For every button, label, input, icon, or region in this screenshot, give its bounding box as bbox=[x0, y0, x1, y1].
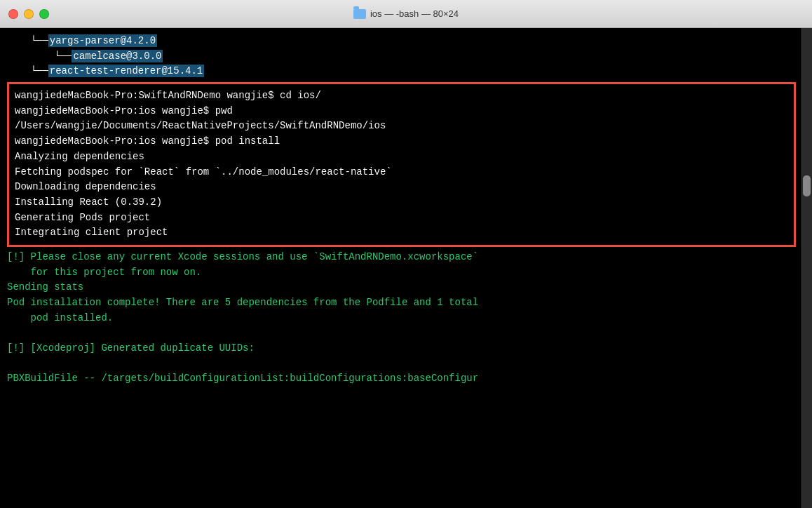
fetching-podspec: Fetching podspec for `React` from `../no… bbox=[15, 165, 788, 180]
window-title: ios — -bash — 80×24 bbox=[353, 8, 459, 19]
highlighted-section: wangjiedeMacBook-Pro:SwiftAndRNDemo wang… bbox=[7, 82, 796, 247]
installing-react: Installing React (0.39.2) bbox=[15, 195, 788, 210]
cmd-pwd: wangjiedeMacBook-Pro:ios wangjie$ pwd bbox=[15, 104, 788, 119]
pwd-output: /Users/wangjie/Documents/ReactNativeProj… bbox=[15, 119, 788, 134]
integrating-client: Integrating client project bbox=[15, 225, 788, 241]
uuid-warning: [!] [Xcodeproj] Generated duplicate UUID… bbox=[7, 341, 796, 356]
maximize-button[interactable] bbox=[39, 9, 49, 19]
dep-line-3: └──react-test-renderer@15.4.1 bbox=[7, 64, 796, 79]
pod-complete-line2: pod installed. bbox=[7, 311, 796, 326]
scrollbar-thumb[interactable] bbox=[803, 175, 811, 196]
xcode-warning-line2: for this project from now on. bbox=[7, 265, 796, 281]
folder-icon bbox=[353, 9, 366, 19]
downloading-deps: Downloading dependencies bbox=[15, 180, 788, 195]
blank-line-1 bbox=[7, 326, 796, 341]
scrollbar-track[interactable] bbox=[801, 28, 812, 508]
window-controls bbox=[8, 9, 49, 19]
terminal-content[interactable]: └──yargs-parser@4.2.0 └──camelcase@3.0.0… bbox=[0, 28, 801, 508]
post-install-output: [!] Please close any current Xcode sessi… bbox=[7, 250, 796, 387]
title-bar: ios — -bash — 80×24 bbox=[0, 0, 812, 28]
pbx-build-file: PBXBuildFile -- /targets/buildConfigurat… bbox=[7, 371, 796, 387]
xcode-warning-line1: [!] Please close any current Xcode sessi… bbox=[7, 250, 796, 265]
cmd-pod-install: wangjiedeMacBook-Pro:ios wangjie$ pod in… bbox=[15, 134, 788, 149]
sending-stats: Sending stats bbox=[7, 280, 796, 295]
analyzing-deps: Analyzing dependencies bbox=[15, 149, 788, 165]
dependency-tree: └──yargs-parser@4.2.0 └──camelcase@3.0.0… bbox=[7, 34, 796, 79]
pod-complete-line1: Pod installation complete! There are 5 d… bbox=[7, 295, 796, 311]
dep-line-1: └──yargs-parser@4.2.0 bbox=[7, 34, 796, 49]
generating-pods: Generating Pods project bbox=[15, 210, 788, 226]
minimize-button[interactable] bbox=[24, 9, 34, 19]
blank-line-2 bbox=[7, 356, 796, 372]
dep-line-2: └──camelcase@3.0.0 bbox=[7, 49, 796, 65]
close-button[interactable] bbox=[8, 9, 18, 19]
cmd-cd: wangjiedeMacBook-Pro:SwiftAndRNDemo wang… bbox=[15, 88, 788, 104]
